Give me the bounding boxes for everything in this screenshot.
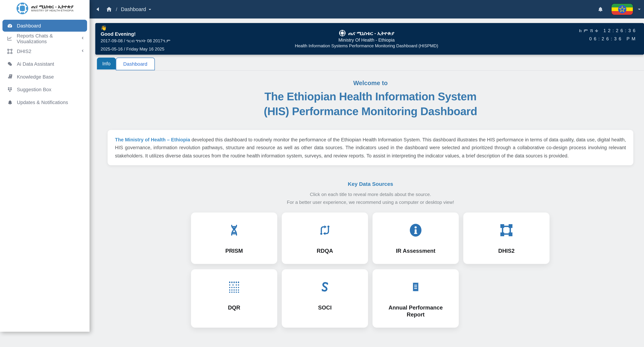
org-name-amharic: ጤና ሚኒስቴር - ኢትዮጵያ <box>348 30 394 36</box>
moh-logo: ጤና ሚኒስቴር - ኢትዮጵያ MINISTRY OF HEALTH-ETHI… <box>0 0 90 17</box>
tab-bar: Info Dashboard <box>97 58 644 71</box>
moh-link[interactable]: The Ministry of Health – Ethiopia <box>115 137 190 143</box>
top-navbar: / Dashboard <box>0 0 644 19</box>
main-content: Info Dashboard Welcome to The Ethiopian … <box>90 55 644 347</box>
dot-grid-icon <box>228 279 241 294</box>
gregorian-date: 2025-05-16 / Friday May 16 2025 <box>100 47 170 51</box>
card-label: DHIS2 <box>498 248 515 255</box>
card-rdqa[interactable]: RDQA <box>282 212 368 264</box>
about-text: developed this dashboard to routinely mo… <box>115 137 626 159</box>
sidebar-item-label: Knowledge Base <box>17 74 54 79</box>
object-group-icon <box>6 48 13 54</box>
org-name-english: Ministry Of Health - Ethiopia <box>338 38 394 43</box>
key-data-sources-title: Key Data Sources <box>97 181 644 187</box>
moh-logo-white-icon <box>339 30 346 37</box>
object-group-icon <box>499 223 513 238</box>
sidebar-item-label: Updates & Notifications <box>17 99 68 105</box>
dna-icon <box>228 223 240 238</box>
dropbox-icon <box>6 87 13 92</box>
moh-logo-icon <box>16 2 28 15</box>
sidebar-item-reports-chats-visualizations[interactable]: Reports Chats & Visualizations <box>2 33 87 45</box>
sidebar-item-label: Ai Data Assistant <box>17 61 54 67</box>
banner-greeting-block: 👋 Good Evening! 2017-09-08 / ዓርብ ግንቦት 08… <box>95 23 170 55</box>
sidebar-item-label: Reports Chats & Visualizations <box>17 33 83 44</box>
chevron-left-icon <box>81 49 85 53</box>
info-circle-icon <box>408 223 422 238</box>
brand-name-amharic: ጤና ሚኒስቴር - ኢትዮጵያ <box>31 5 74 10</box>
brand-name-english: MINISTRY OF HEALTH-ETHIOPIA <box>31 10 74 12</box>
sidebar-item-suggestion-box[interactable]: Suggestion Box <box>2 83 87 95</box>
banner-org-block: ጤና ሚኒስቴር - ኢትዮጵያ Ministry Of Health - Et… <box>295 23 438 55</box>
card-label: Annual Performance Report <box>383 304 448 318</box>
sidebar-menu: Dashboard Reports Chats & Visualizations <box>0 20 90 108</box>
card-prism[interactable]: PRISM <box>191 212 277 264</box>
back-icon[interactable] <box>95 7 100 12</box>
data-source-cards: PRISM RDQA <box>191 212 550 327</box>
card-label: PRISM <box>225 248 243 255</box>
card-label: DQR <box>228 304 240 311</box>
sidebar-item-label: Dashboard <box>17 23 41 29</box>
chevron-down-icon <box>148 7 152 11</box>
sidebar-item-label: DHIS2 <box>17 48 31 54</box>
header-banner: 👋 Good Evening! 2017-09-08 / ዓርብ ግንቦት 08… <box>95 23 644 55</box>
s-sync-icon <box>319 279 331 294</box>
breadcrumb-separator: / <box>116 7 117 12</box>
card-dhis2[interactable]: DHIS2 <box>463 212 550 264</box>
about-card: The Ministry of Health – Ethiopia develo… <box>108 130 633 165</box>
key-data-sources-hint1: Click on each title to reveal more detai… <box>97 192 644 197</box>
gauge-icon <box>6 23 13 29</box>
chevron-left-icon <box>81 36 85 40</box>
bell-icon[interactable] <box>598 6 603 13</box>
chat-bubbles-icon <box>6 61 13 67</box>
book-icon <box>6 74 13 79</box>
card-label: RDQA <box>317 248 333 255</box>
greeting-text: Good Evening! <box>100 31 170 37</box>
banner-clock-block: ከምሽቱ 12:26:36 06:26:36 PM <box>579 23 644 55</box>
tab-dashboard[interactable]: Dashboard <box>116 58 154 70</box>
card-ir-assessment[interactable]: IR Assessment <box>372 212 459 264</box>
sidebar-item-dhis2[interactable]: DHIS2 <box>2 45 87 57</box>
app-root: / Dashboard <box>0 0 644 347</box>
ethiopian-time: ከምሽቱ 12:26:36 <box>579 28 638 33</box>
welcome-lead: Welcome to <box>97 79 644 86</box>
sidebar-item-dashboard[interactable]: Dashboard <box>2 20 87 32</box>
card-label: IR Assessment <box>396 248 436 255</box>
ethiopia-flag[interactable] <box>612 4 633 15</box>
chart-line-icon <box>6 36 13 41</box>
sidebar: ጤና ሚኒስቴር - ኢትዮጵያ MINISTRY OF HEALTH-ETHI… <box>0 0 90 332</box>
card-dqr[interactable]: DQR <box>191 269 277 327</box>
tab-info[interactable]: Info <box>97 58 116 70</box>
ethiopian-date: 2017-09-08 / ዓርብ ግንቦት 08 2017ዓ.ም <box>100 38 170 44</box>
sidebar-item-knowledge-base[interactable]: Knowledge Base <box>2 71 87 83</box>
standard-time: 06:26:36 PM <box>579 36 638 41</box>
receipt-icon <box>410 279 421 294</box>
sidebar-item-label: Suggestion Box <box>17 87 51 92</box>
bell-icon <box>6 99 13 105</box>
home-icon[interactable] <box>106 6 112 13</box>
sidebar-item-updates-notifications[interactable]: Updates & Notifications <box>2 96 87 108</box>
card-label: SOCI <box>318 304 332 311</box>
card-soci[interactable]: SOCI <box>282 269 368 327</box>
wave-emoji: 👋 <box>100 25 170 31</box>
key-data-sources-hint2: For a better user experience, we recomme… <box>97 200 644 205</box>
page-title: The Ethiopian Health Information System … <box>97 90 644 119</box>
card-annual-performance-report[interactable]: Annual Performance Report <box>372 269 459 327</box>
chevron-down-icon[interactable] <box>637 7 642 12</box>
breadcrumb[interactable]: Dashboard <box>121 7 152 12</box>
cycle-arrows-icon <box>318 223 332 238</box>
dashboard-full-name: Health Information Systems Performance M… <box>295 43 438 48</box>
sidebar-item-ai-data-assistant[interactable]: Ai Data Assistant <box>2 58 87 70</box>
